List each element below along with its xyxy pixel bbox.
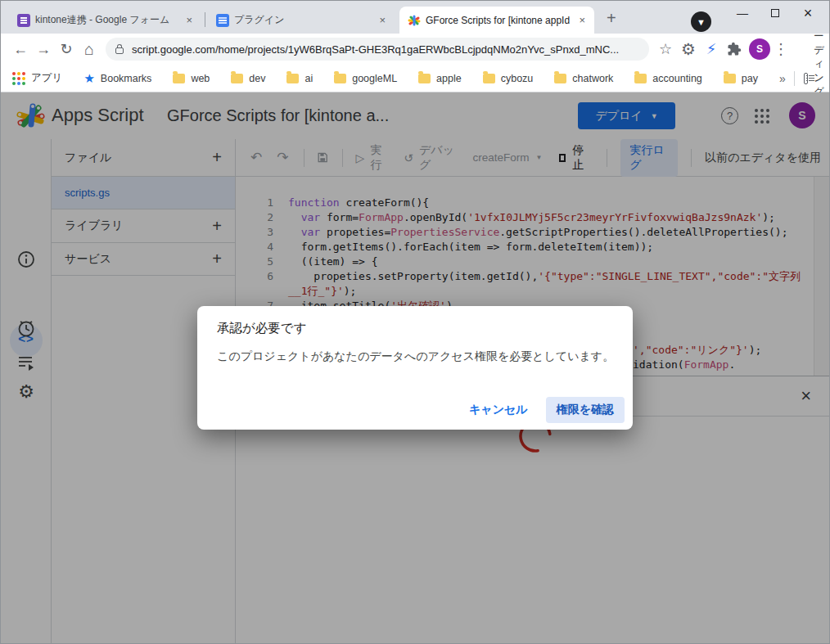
bookmark-star-icon[interactable]: ☆ — [654, 40, 677, 58]
bookmark-folder[interactable]: pay — [724, 73, 758, 84]
tab-strip: kintone連携 - Google フォーム × プラグイン × GForce… — [1, 1, 829, 34]
dialog-title: 承認が必要です — [217, 320, 307, 337]
home-icon[interactable]: ⌂ — [78, 40, 101, 59]
bookmark-folder[interactable]: chatwork — [554, 73, 613, 84]
maximize-button[interactable] — [759, 2, 792, 24]
folder-icon — [231, 74, 243, 83]
url-text[interactable]: script.google.com/home/projects/1yW6BrqS… — [132, 43, 619, 56]
folder-icon — [334, 74, 346, 83]
dialog-body: このプロジェクトがあなたのデータへのアクセス権限を必要としています。 — [217, 349, 614, 364]
apps-script-page: Apps Script GForce Scripts for [kintone … — [1, 92, 829, 643]
bookmarks-bar: アプリ ★ Bookmarks webdevaigoogleMLapplecyb… — [1, 65, 829, 92]
tab-close-icon[interactable]: × — [576, 14, 588, 26]
folder-icon — [724, 74, 736, 83]
navigation-bar: ← → ↻ ⌂ script.google.com/home/projects/… — [1, 34, 829, 65]
tab-plugin[interactable]: プラグイン × — [208, 7, 395, 34]
bookmark-folder[interactable]: googleML — [334, 73, 397, 84]
extensions-puzzle-icon[interactable] — [727, 42, 742, 56]
window-controls: — × — [726, 2, 824, 24]
tab-title: プラグイン — [234, 13, 372, 27]
tab-title: kintone連携 - Google フォーム — [35, 13, 178, 27]
bookmark-folder[interactable]: dev — [231, 73, 265, 84]
apps-grid-icon — [12, 72, 25, 85]
tab-google-forms[interactable]: kintone連携 - Google フォーム × — [9, 7, 201, 34]
apps-script-icon — [408, 14, 421, 27]
browser-avatar[interactable]: S — [749, 38, 770, 60]
close-button[interactable]: × — [792, 2, 824, 24]
plugin-page-icon — [216, 14, 229, 27]
google-forms-icon — [17, 14, 30, 27]
folder-icon — [286, 74, 299, 83]
folder-icon — [173, 74, 185, 83]
apps-shortcut[interactable]: アプリ — [12, 71, 62, 85]
tab-close-icon[interactable]: × — [183, 14, 195, 26]
folder-icon — [483, 74, 495, 83]
bookmark-folder[interactable]: accounting — [634, 73, 701, 84]
bookmarks-label: Bookmarks — [101, 73, 152, 84]
bookmark-folders: webdevaigoogleMLapplecybozuchatworkaccou… — [173, 73, 779, 84]
reload-icon[interactable]: ↻ — [55, 40, 78, 58]
bookmark-folder[interactable]: apple — [418, 73, 462, 84]
tab-apps-script-active[interactable]: GForce Scripts for [kintone appId × — [399, 7, 594, 34]
star-icon: ★ — [83, 71, 94, 86]
forward-icon[interactable]: → — [32, 41, 55, 58]
lock-icon[interactable] — [115, 47, 124, 54]
tab-search-button[interactable]: ▼ — [691, 11, 711, 32]
back-icon[interactable]: ← — [9, 41, 32, 58]
bookmark-folder[interactable]: cybozu — [483, 73, 534, 84]
apps-label: アプリ — [31, 71, 62, 85]
tab-close-icon[interactable]: × — [377, 14, 388, 26]
minimize-button[interactable]: — — [726, 2, 759, 24]
bookmarks-overflow-icon[interactable]: » — [779, 72, 784, 85]
address-bar[interactable]: script.google.com/home/projects/1yW6BrqS… — [106, 38, 649, 61]
authorization-dialog: 承認が必要です このプロジェクトがあなたのデータへのアクセス権限を必要としていま… — [197, 306, 633, 430]
bookmark-bookmarks[interactable]: ★ Bookmarks — [83, 71, 151, 86]
tab-title: GForce Scripts for [kintone appId — [426, 15, 571, 26]
reading-list-icon — [804, 73, 808, 84]
bookmark-folder[interactable]: ai — [286, 73, 313, 84]
extension-bolt-icon[interactable]: ⚡ — [700, 40, 723, 58]
browser-window: kintone連携 - Google フォーム × プラグイン × GForce… — [0, 0, 830, 644]
folder-icon — [554, 74, 566, 83]
cancel-button[interactable]: キャンセル — [456, 397, 541, 423]
dialog-actions: キャンセル 権限を確認 — [456, 397, 625, 423]
extension-gear-icon[interactable]: ⚙ — [677, 39, 700, 59]
bookmark-folder[interactable]: web — [173, 73, 210, 84]
folder-icon — [634, 74, 647, 83]
folder-icon — [418, 74, 431, 83]
tab-separator — [205, 12, 205, 27]
confirm-permissions-button[interactable]: 権限を確認 — [546, 397, 625, 423]
new-tab-button[interactable]: + — [607, 9, 616, 28]
